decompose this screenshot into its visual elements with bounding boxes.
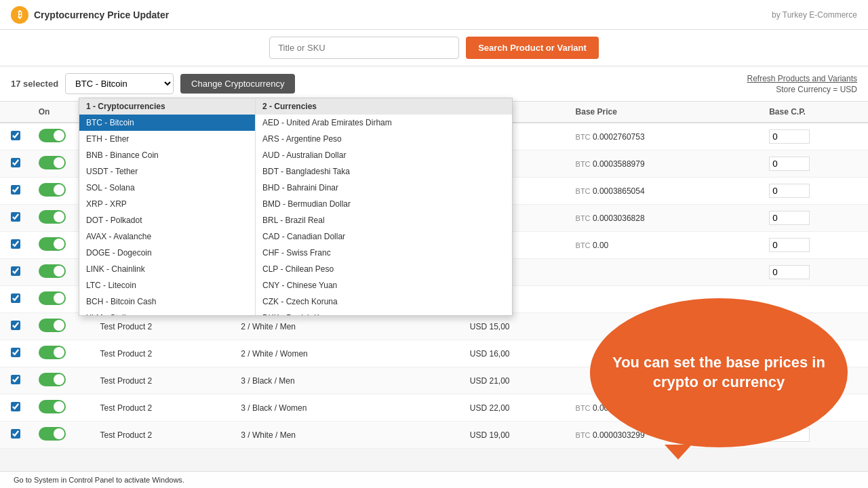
base-cp-input[interactable] xyxy=(769,238,810,252)
row-toggle[interactable] xyxy=(39,264,66,278)
base-cp-input[interactable] xyxy=(769,184,810,198)
currency-item-bhd[interactable]: BHD - Bahraini Dinar xyxy=(256,180,512,196)
currency-item-cny[interactable]: CNY - Chinese Yuan xyxy=(256,277,512,293)
search-bar: Search Product or Variant xyxy=(0,30,868,66)
row-store-price: USD 21,00 xyxy=(463,367,569,394)
currency-item-bmd[interactable]: BMD - Bermudian Dollar xyxy=(256,196,512,212)
tooltip-text: You can set the base prices in crypto or… xyxy=(590,340,848,405)
row-checkbox[interactable] xyxy=(11,348,20,357)
currency-item-dkk[interactable]: DKK - Danish Krone xyxy=(256,310,512,315)
row-toggle[interactable] xyxy=(39,210,66,224)
row-store-price: USD 15,00 xyxy=(463,313,569,340)
crypto-item-btc[interactable]: BTC - Bitcoin xyxy=(79,115,255,131)
row-variant: 2 / White / Men xyxy=(234,313,393,340)
search-button[interactable]: Search Product or Variant xyxy=(466,37,599,59)
base-cp-input[interactable] xyxy=(769,265,810,279)
crypto-item-usdt[interactable]: USDT - Tether xyxy=(79,163,255,180)
row-toggle[interactable] xyxy=(39,183,66,197)
row-checkbox[interactable] xyxy=(11,293,20,303)
app-title: Cryptocurrency Price Updater xyxy=(34,9,169,20)
crypto-item-link[interactable]: LINK - Chainlink xyxy=(79,261,255,277)
crypto-item-sol[interactable]: SOL - Solana xyxy=(79,180,255,196)
currency-item-cad[interactable]: CAD - Canadian Dollar xyxy=(256,228,512,245)
crypto-item-avax[interactable]: AVAX - Avalanche xyxy=(79,228,255,245)
crypto-item-xlm[interactable]: XLM - Stellar xyxy=(79,310,255,315)
crypto-item-xrp[interactable]: XRP - XRP xyxy=(79,196,255,212)
section-cryptocurrencies: 1 - Cryptocurrencies xyxy=(79,98,255,115)
row-checkbox[interactable] xyxy=(11,212,20,222)
row-checkbox-cell xyxy=(0,123,32,150)
crypto-select[interactable]: BTC - Bitcoin xyxy=(65,73,174,94)
base-cp-input[interactable] xyxy=(769,211,810,225)
change-cryptocurrency-button[interactable]: Change Cryptocurrency xyxy=(180,74,295,94)
row-store-price: USD 19,00 xyxy=(463,422,569,449)
row-checkbox[interactable] xyxy=(11,402,20,411)
row-checkbox[interactable] xyxy=(11,321,20,330)
row-base-cp xyxy=(762,178,868,205)
row-base-price: BTC 0.0002760753 xyxy=(569,123,763,150)
currency-item-czk[interactable]: CZK - Czech Koruna xyxy=(256,293,512,310)
dropdown-left: 1 - Cryptocurrencies BTC - Bitcoin ETH -… xyxy=(79,98,256,315)
row-toggle[interactable] xyxy=(39,400,66,413)
row-base-price: BTC 0.0003036828 xyxy=(569,205,763,232)
col-base-price-header: Base Price xyxy=(569,102,763,123)
selected-count: 17 selected xyxy=(11,79,58,89)
row-checkbox[interactable] xyxy=(11,375,20,384)
crypto-item-eth[interactable]: ETH - Ether xyxy=(79,131,255,147)
row-base-price xyxy=(569,259,763,286)
row-toggle[interactable] xyxy=(39,156,66,169)
row-toggle[interactable] xyxy=(39,373,66,386)
row-checkbox[interactable] xyxy=(11,185,20,195)
row-variant: 2 / White / Women xyxy=(234,340,393,367)
search-input[interactable] xyxy=(269,37,459,59)
base-cp-input[interactable] xyxy=(769,157,810,171)
base-cp-input[interactable] xyxy=(769,129,810,144)
crypto-item-ltc[interactable]: LTC - Litecoin xyxy=(79,277,255,293)
row-sku xyxy=(393,367,463,394)
currency-item-ars[interactable]: ARS - Argentine Peso xyxy=(256,131,512,147)
toolbar: 17 selected BTC - Bitcoin Change Cryptoc… xyxy=(0,66,868,102)
toolbar-left: 17 selected BTC - Bitcoin Change Cryptoc… xyxy=(11,73,295,94)
tooltip-bubble: You can set the base prices in crypto or… xyxy=(590,298,848,447)
row-base-cp xyxy=(762,123,868,150)
row-checkbox[interactable] xyxy=(11,131,20,140)
row-toggle[interactable] xyxy=(39,319,66,332)
crypto-item-dot[interactable]: DOT - Polkadot xyxy=(79,212,255,228)
toolbar-right: Refresh Products and Variants Store Curr… xyxy=(747,73,857,94)
currency-item-chf[interactable]: CHF - Swiss Franc xyxy=(256,245,512,261)
refresh-link[interactable]: Refresh Products and Variants xyxy=(747,74,857,83)
crypto-item-bch[interactable]: BCH - Bitcoin Cash xyxy=(79,293,255,310)
row-base-price: BTC 0.0003588979 xyxy=(569,150,763,178)
currency-item-clp[interactable]: CLP - Chilean Peso xyxy=(256,261,512,277)
row-checkbox[interactable] xyxy=(11,266,20,276)
dropdown-right: 2 - Currencies AED - United Arab Emirate… xyxy=(256,98,512,315)
row-checkbox[interactable] xyxy=(11,429,20,439)
crypto-dropdown: 1 - Cryptocurrencies BTC - Bitcoin ETH -… xyxy=(79,98,513,316)
row-product: Test Product 2 xyxy=(94,422,235,449)
logo-text: ₿ xyxy=(18,9,22,20)
row-base-cp xyxy=(762,259,868,286)
row-base-cp xyxy=(762,150,868,178)
row-base-cp xyxy=(762,205,868,232)
row-checkbox[interactable] xyxy=(11,158,20,167)
header-by: by Turkey E-Commerce xyxy=(772,10,857,20)
row-product: Test Product 2 xyxy=(94,367,235,394)
crypto-item-bnb[interactable]: BNB - Binance Coin xyxy=(79,147,255,163)
row-toggle[interactable] xyxy=(39,427,66,441)
currency-item-bdt[interactable]: BDT - Bangladeshi Taka xyxy=(256,163,512,180)
currency-item-brl[interactable]: BRL - Brazil Real xyxy=(256,212,512,228)
currency-item-aud[interactable]: AUD - Australian Dollar xyxy=(256,147,512,163)
row-toggle[interactable] xyxy=(39,291,66,305)
section-currencies: 2 - Currencies xyxy=(256,98,512,115)
row-product: Test Product 2 xyxy=(94,394,235,422)
row-sku xyxy=(393,422,463,449)
currency-item-aed[interactable]: AED - United Arab Emirates Dirham xyxy=(256,115,512,131)
header-left: ₿ Cryptocurrency Price Updater xyxy=(11,6,169,24)
windows-notice-text: Go to System in Control Panel to activat… xyxy=(14,476,184,484)
row-toggle[interactable] xyxy=(39,346,66,359)
row-checkbox[interactable] xyxy=(11,239,20,249)
row-toggle[interactable] xyxy=(39,237,66,251)
crypto-item-doge[interactable]: DOGE - Dogecoin xyxy=(79,245,255,261)
row-product: Test Product 2 xyxy=(94,340,235,367)
row-toggle[interactable] xyxy=(39,129,66,142)
